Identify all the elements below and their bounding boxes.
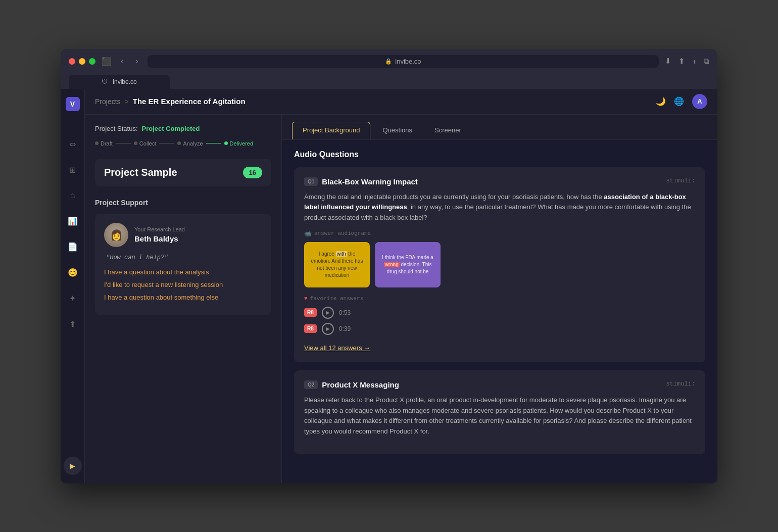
tab-screener[interactable]: Screener — [424, 122, 471, 139]
audio-thumbnail-yellow[interactable]: I agree with the emotion. And there has … — [304, 242, 370, 287]
thumbnail-purple-text: I think the FDA made a wrong decision. T… — [380, 254, 435, 275]
question-2-header: Q2 Product X Messaging stimuli: — [304, 380, 695, 389]
pipeline-dot-draft — [95, 141, 99, 145]
lead-info: Your Research Lead Beth Baldys — [134, 226, 185, 243]
moon-icon[interactable]: 🌙 — [656, 96, 666, 106]
favorite-label: ♥ favorite answers — [304, 296, 695, 302]
share-icon[interactable]: ⬆ — [678, 57, 685, 66]
traffic-lights — [69, 58, 95, 65]
back-button[interactable]: ‹ — [118, 56, 126, 67]
question-1-stimuli: stimuli: — [666, 177, 695, 184]
breadcrumb-current: The ER Experience of Agitation — [133, 97, 246, 106]
forward-button[interactable]: › — [132, 56, 141, 67]
tabs-icon[interactable]: ⧉ — [704, 57, 709, 66]
support-link-analysis[interactable]: I have a question about the analysis — [104, 268, 262, 276]
research-lead-name: Beth Baldys — [134, 234, 185, 243]
support-link-session[interactable]: I'd like to request a new listening sess… — [104, 281, 262, 288]
browser-toolbar: ⬇ ⬆ + ⧉ — [665, 57, 709, 66]
question-2-number: Q2 — [304, 380, 318, 389]
question-card-1: Q1 Black-Box Warning Impact stimuli: Amo… — [294, 167, 705, 362]
question-1-title: Black-Box Warning Impact — [322, 177, 417, 186]
sidebar-icon-star[interactable]: ✦ — [66, 291, 79, 306]
question-2-text: Please refer back to the Product X profi… — [304, 395, 695, 437]
breadcrumb: Projects > The ER Experience of Agitatio… — [95, 97, 246, 106]
sidebar-icon-home[interactable]: ⌂ — [67, 188, 78, 203]
header-right: 🌙 🌐 A — [656, 94, 707, 109]
sidebar-icon-expand[interactable]: ⇔ — [66, 136, 79, 152]
breadcrumb-separator: > — [125, 98, 129, 106]
question-2-stimuli: stimuli: — [666, 380, 695, 388]
lock-icon: 🔒 — [385, 58, 392, 65]
favorite-section-1: ♥ favorite answers R8 ▶ 0:53 R8 — [304, 296, 695, 335]
app-layout: V ⇔ ⊞ ⌂ 📊 📄 😊 ✦ ⬆ ▶ Projects > The ER Ex… — [61, 89, 717, 483]
tab-project-background[interactable]: Project Background — [292, 122, 370, 139]
icon-sidebar: V ⇔ ⊞ ⌂ 📊 📄 😊 ✦ ⬆ ▶ — [61, 89, 85, 483]
player-icon[interactable]: ▶ — [64, 457, 82, 475]
project-sample-title: Project Sample — [104, 167, 177, 178]
heart-icon: ♥ — [304, 296, 308, 302]
download-icon[interactable]: ⬇ — [665, 57, 671, 66]
sample-count-badge: 16 — [243, 167, 262, 178]
close-button[interactable] — [69, 58, 75, 65]
tab-label: invibe.co — [113, 78, 136, 85]
respondent-badge-2: R8 — [304, 324, 317, 333]
play-button-2[interactable]: ▶ — [322, 323, 334, 335]
question-1-text: Among the oral and injectable products y… — [304, 192, 695, 223]
project-sample-card: Project Sample 16 — [95, 159, 271, 186]
audio-thumbnails-1: I agree with the emotion. And there has … — [304, 242, 695, 287]
research-lead-label: Your Research Lead — [134, 226, 185, 232]
pipeline-step-draft: Draft — [95, 140, 113, 147]
sidebar-toggle-button[interactable]: ⬛ — [102, 57, 112, 66]
browser-window: ⬛ ‹ › 🔒 invibe.co ⬇ ⬆ + ⧉ 🛡 invibe.co — [61, 49, 717, 483]
project-status-row: Project Status: Project Completed — [95, 125, 271, 132]
sidebar-icon-chart[interactable]: 📊 — [65, 213, 81, 229]
sidebar-icon-doc[interactable]: 📄 — [65, 239, 81, 255]
audiogram-label-1: 📹 answer audiograms — [304, 230, 695, 237]
sidebar-icon-face[interactable]: 😊 — [65, 265, 81, 280]
breadcrumb-projects[interactable]: Projects — [95, 98, 121, 106]
url-text: invibe.co — [395, 58, 421, 65]
globe-icon[interactable]: 🌐 — [674, 96, 684, 106]
right-panel: Project Background Questions Screener Au… — [282, 115, 717, 483]
audio-questions-heading: Audio Questions — [294, 150, 705, 159]
sidebar-icon-grid[interactable]: ⊞ — [66, 162, 79, 178]
app-header: Projects > The ER Experience of Agitatio… — [85, 89, 717, 115]
project-support-heading: Project Support — [95, 199, 271, 207]
question-1-number: Q1 — [304, 177, 318, 186]
tabs-row: Project Background Questions Screener — [282, 115, 717, 140]
support-link-else[interactable]: I have a question about something else — [104, 294, 262, 301]
browser-chrome: ⬛ ‹ › 🔒 invibe.co ⬇ ⬆ + ⧉ 🛡 invibe.co — [61, 49, 717, 89]
address-bar[interactable]: 🔒 invibe.co — [148, 55, 659, 68]
answer-row-1: R8 ▶ 0:53 — [304, 307, 695, 319]
maximize-button[interactable] — [89, 58, 95, 65]
minimize-button[interactable] — [79, 58, 85, 65]
avatar-image: 👩 — [104, 223, 128, 247]
left-panel: Project Status: Project Completed Draft … — [85, 115, 282, 483]
pipeline-dot-collect — [134, 141, 137, 145]
new-tab-icon[interactable]: + — [692, 57, 697, 66]
support-lead-row: 👩 Your Research Lead Beth Baldys — [104, 223, 262, 247]
support-card: 👩 Your Research Lead Beth Baldys "How ca… — [95, 214, 271, 315]
play-button-1[interactable]: ▶ — [322, 307, 334, 319]
audio-questions-section: Audio Questions Q1 Black-Box Warning Imp… — [282, 140, 717, 483]
question-card-2: Q2 Product X Messaging stimuli: Please r… — [294, 370, 705, 454]
support-quote: "How can I help?" — [104, 254, 262, 261]
lead-avatar: 👩 — [104, 223, 128, 247]
main-area: Projects > The ER Experience of Agitatio… — [85, 89, 717, 483]
user-avatar[interactable]: A — [692, 94, 707, 109]
tab-questions[interactable]: Questions — [372, 122, 422, 139]
question-2-title-row: Q2 Product X Messaging — [304, 380, 399, 389]
content-row: Project Status: Project Completed Draft … — [85, 115, 717, 483]
answer-row-2: R8 ▶ 0:39 — [304, 323, 695, 335]
thumbnail-yellow-text: I agree with the emotion. And there has … — [309, 251, 365, 279]
view-all-answers-link[interactable]: View all 12 answers → — [304, 344, 370, 352]
tab-favicon: 🛡 — [102, 78, 108, 85]
project-status-value: Project Completed — [142, 125, 200, 132]
app-logo: V — [66, 97, 80, 111]
audio-thumbnail-purple[interactable]: I think the FDA made a wrong decision. T… — [375, 242, 441, 287]
browser-tab[interactable]: 🛡 invibe.co — [69, 75, 170, 89]
project-status-label: Project Status: — [95, 125, 138, 132]
sidebar-icon-upload[interactable]: ⬆ — [66, 316, 79, 332]
video-icon: 📹 — [304, 230, 311, 237]
respondent-badge-1: R8 — [304, 308, 317, 317]
